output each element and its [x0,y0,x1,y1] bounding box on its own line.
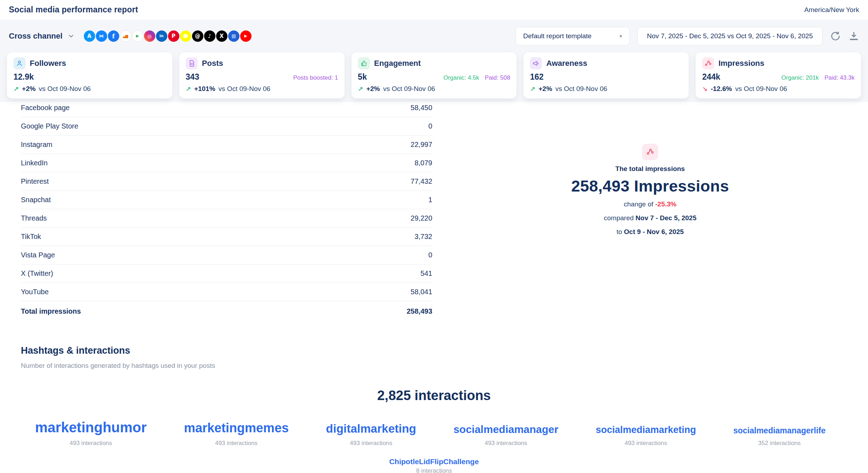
table-row: X (Twitter)541 [21,264,432,283]
kpi-card-posts: Posts 343 Posts boosted: 1 ↗ +101% vs Oc… [179,52,345,98]
share-nodes-icon [702,57,714,69]
posts-boosted-badge: Posts boosted: 1 [293,74,338,81]
channel-selector[interactable]: Cross channel [9,32,75,41]
kpi-value: 343 [186,72,199,82]
hashtags-title: Hashtags & interactions [21,345,868,356]
kpi-compare-label: vs Oct 09-Nov 06 [219,85,271,93]
kpi-title: Followers [30,59,66,68]
trend-up-icon: ↗ [186,85,191,93]
channel-icon-google-play[interactable]: ▶ [132,30,143,42]
kpi-compare-label: vs Oct 09-Nov 06 [735,85,787,93]
total-impressions-summary: The total impressions 258,493 Impression… [432,102,868,320]
channel-icon-pinterest[interactable]: P [168,30,179,42]
kpi-title: Posts [202,59,223,68]
download-button[interactable] [849,31,859,41]
table-row: YouTube58,041 [21,283,432,301]
kpi-compare-label: vs Oct 09-Nov 06 [555,85,607,93]
kpi-delta: +2% [366,85,380,93]
organic-value: Organic: 201k [781,74,819,81]
hashtag-item: socialmediamanagerlife352 interactions [733,426,826,447]
table-row: Google Play Store0 [21,117,432,136]
impressions-section: Facebook page58,450 Google Play Store0 I… [0,102,868,320]
kpi-card-followers: Followers 12.9k ↗ +2% vs Oct 09-Nov 06 [7,52,172,98]
kpi-title: Awareness [546,59,587,68]
kpi-delta: +101% [194,85,215,93]
summary-to-line: to Oct 9 - Nov 6, 2025 [617,227,684,237]
summary-caption: The total impressions [615,165,685,173]
page-title: Social media performance report [9,5,138,15]
channel-icon-app-store[interactable]: A [84,30,95,42]
summary-headline: 258,493 Impressions [571,177,729,195]
kpi-compare-label: vs Oct 09-Nov 06 [383,85,435,93]
table-row: LinkedIn8,079 [21,154,432,172]
kpi-value: 12.9k [13,72,34,82]
hashtag-item: marketingmemes493 interactions [184,421,289,447]
trend-up-icon: ↗ [358,85,363,93]
megaphone-icon [530,57,542,69]
hashtags-subtitle: Number of interactions generated by hash… [21,362,868,370]
period-previous: Oct 9 - Nov 6, 2025 [624,228,684,235]
kpi-delta: +2% [538,85,552,93]
channel-icon-instagram[interactable]: ◎ [144,30,155,42]
table-total-row: Total impressions258,493 [21,301,432,320]
hashtags-total: 2,825 interactions [21,388,868,403]
table-row: Facebook page58,450 [21,102,432,117]
trend-up-icon: ↗ [530,85,535,93]
summary-change-line: change of -25.3% [624,199,677,209]
kpi-value: 5k [358,72,367,82]
impressions-table: Facebook page58,450 Google Play Store0 I… [21,102,432,320]
table-row: Instagram22,997 [21,136,432,154]
channel-selector-label: Cross channel [9,32,63,41]
hashtag-item: socialmediamarketing493 interactions [596,424,696,447]
channel-icon-vista-page[interactable]: ▤ [228,30,239,42]
channel-icon-linkedin[interactable]: in [156,30,167,42]
channel-icon-threads[interactable]: @ [192,30,203,42]
channel-icon-facebook[interactable]: f [108,30,119,42]
report-page: Social media performance report America/… [0,0,868,473]
kpi-card-engagement: Engagement 5k Organic: 4.5k Paid: 508 ↗ … [352,52,517,98]
paid-value: Paid: 43.3k [824,74,855,81]
channel-icon-youtube[interactable]: ▶ [240,30,251,42]
thumbs-up-icon [358,57,370,69]
organic-value: Organic: 4.5k [443,74,479,81]
trend-down-icon: ↘ [702,85,707,93]
posts-icon [186,57,198,69]
download-icon [849,31,859,41]
channel-icon-snapchat[interactable]: ☻ [180,30,191,42]
table-row: TikTok3,732 [21,228,432,246]
toolbar: Cross channel A ⋈ f ▃▆ ▶ ◎ in P ☻ @ ♪ X … [0,19,868,52]
table-row: Threads29,220 [21,209,432,228]
timezone-label: America/New York [804,6,859,14]
kpi-card-awareness: Awareness 162 ↗ +2% vs Oct 09-Nov 06 [523,52,689,98]
hashtag-cloud: marketinghumor493 interactions marketing… [21,420,868,447]
summary-compared-line: compared Nov 7 - Dec 5, 2025 [604,213,696,223]
hashtags-section: Hashtags & interactions Number of intera… [0,320,868,473]
kpi-delta: -12.6% [711,85,732,93]
channel-icon-tiktok[interactable]: ♪ [204,30,215,42]
kpi-title: Impressions [718,59,764,68]
kpi-value: 244k [702,72,720,82]
kpi-card-impressions: Impressions 244k Organic: 201k Paid: 43.… [696,52,861,98]
chevron-down-icon [68,33,75,40]
trend-up-icon: ↗ [13,85,19,93]
channel-icon-bluesky[interactable]: ⋈ [96,30,107,42]
date-range-picker[interactable]: Nov 7, 2025 - Dec 5, 2025 vs Oct 9, 2025… [637,27,822,45]
hashtag-item: digitalmarketing493 interactions [326,422,416,447]
paid-value: Paid: 508 [485,74,510,81]
kpi-value: 162 [530,72,543,82]
refresh-button[interactable] [830,31,841,41]
template-dropdown-value: Default report template [523,32,591,40]
hashtag-item-featured: ChipotleLidFlipChallenge 8 interactions [21,457,868,473]
dropdown-caret-icon: ▾ [620,33,623,39]
channel-icon-list: A ⋈ f ▃▆ ▶ ◎ in P ☻ @ ♪ X ▤ ▶ [84,30,251,42]
kpi-delta: +2% [22,85,36,93]
table-row: Pinterest77,432 [21,172,432,191]
hashtag-item: socialmediamanager493 interactions [453,423,559,447]
channel-icon-x-twitter[interactable]: X [216,30,227,42]
template-dropdown[interactable]: Default report template ▾ [516,27,630,45]
hashtag-item: marketinghumor493 interactions [35,420,147,447]
top-header: Social media performance report America/… [0,0,868,19]
channel-icon-google-analytics[interactable]: ▃▆ [120,30,131,42]
toolbar-right: Default report template ▾ Nov 7, 2025 - … [516,27,859,45]
share-nodes-icon [642,144,658,160]
